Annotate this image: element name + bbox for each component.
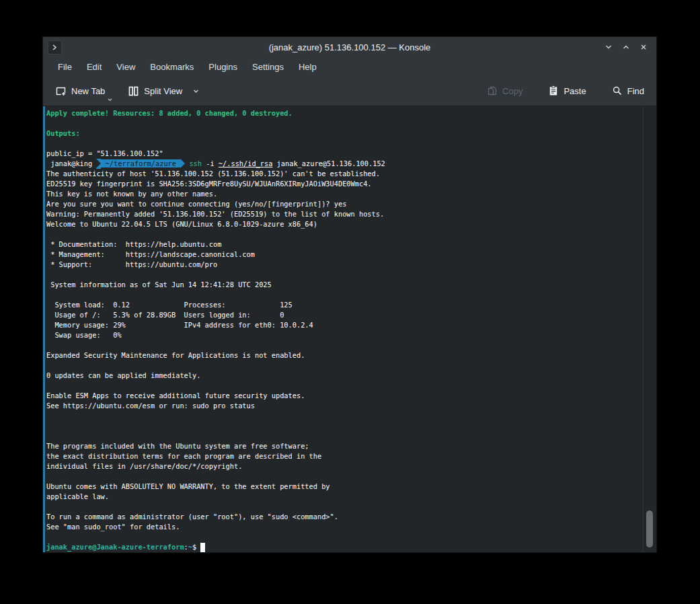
terminal-line: the exact distribution terms for each pr… <box>46 451 643 461</box>
terminal-line <box>46 411 643 421</box>
terminal-line: Are you sure you want to continue connec… <box>46 199 643 209</box>
terminal-accent-strip <box>43 106 45 552</box>
copy-label: Copy <box>502 86 522 96</box>
minimize-button[interactable] <box>600 38 617 56</box>
konsole-app-icon[interactable] <box>48 40 62 54</box>
toolbar: New Tab Split View Copy <box>43 76 656 106</box>
scrollbar-thumb[interactable] <box>646 511 653 548</box>
terminal-output: Apply complete! Resources: 8 added, 0 ch… <box>46 108 643 552</box>
split-view-button[interactable]: Split View <box>125 81 202 101</box>
konsole-window: (janak_azure) 51.136.100.152 — Konsole F… <box>43 37 656 552</box>
terminal-line: Usage of /: 5.3% of 28.89GB Users logged… <box>46 310 643 320</box>
terminal-line: Warning: Permanently added '51.136.100.1… <box>46 209 643 219</box>
menu-bookmarks[interactable]: Bookmarks <box>143 59 201 75</box>
terminal-line: This key is not known by any other names… <box>46 189 643 199</box>
paste-button[interactable]: Paste <box>545 81 588 100</box>
find-label: Find <box>627 86 644 96</box>
new-tab-icon <box>55 85 67 97</box>
terminal-line: Swap usage: 0% <box>46 330 643 340</box>
menu-view[interactable]: View <box>109 59 143 75</box>
window-title: (janak_azure) 51.136.100.152 — Konsole <box>43 42 656 52</box>
maximize-button[interactable] <box>617 38 635 56</box>
chevron-down-icon <box>107 98 113 102</box>
terminal-line: janak@king ~/terraform/azure ssh -i ~/.s… <box>46 159 643 169</box>
terminal-line <box>46 340 643 350</box>
terminal-line: Welcome to Ubuntu 22.04.5 LTS (GNU/Linux… <box>46 219 643 229</box>
terminal-line: See https://ubuntu.com/esm or run: sudo … <box>46 401 643 411</box>
terminal-line <box>46 229 643 239</box>
desktop: { "window": { "title": "(janak_azure) 51… <box>0 0 700 604</box>
terminal-line: janak_azure@Janak-azure-terraform:~$ <box>46 542 643 552</box>
new-tab-label: New Tab <box>71 86 105 96</box>
terminal-line <box>46 270 643 280</box>
menu-help[interactable]: Help <box>291 59 324 75</box>
terminal-line <box>46 381 643 391</box>
search-icon <box>612 85 623 96</box>
terminal-line: 0 updates can be applied immediately. <box>46 371 643 381</box>
terminal-cursor <box>200 543 205 552</box>
menu-plugins[interactable]: Plugins <box>201 59 245 75</box>
terminal-line <box>46 139 643 149</box>
new-tab-button[interactable]: New Tab <box>52 81 108 101</box>
window-controls <box>600 37 652 57</box>
menu-edit[interactable]: Edit <box>79 59 109 75</box>
terminal-line <box>46 361 643 371</box>
chevron-down-icon <box>604 42 613 52</box>
terminal-line: individual files in /usr/share/doc/*/cop… <box>46 461 643 471</box>
terminal-prompt-icon <box>51 44 59 51</box>
terminal-line: Apply complete! Resources: 8 added, 0 ch… <box>46 108 643 118</box>
close-icon <box>639 42 648 52</box>
chevron-up-icon <box>621 42 631 52</box>
terminal-line: Outputs: <box>46 128 643 139</box>
terminal-line: System load: 0.12 Processes: 125 <box>46 300 643 310</box>
copy-button[interactable]: Copy <box>484 81 525 100</box>
terminal-line <box>46 421 643 431</box>
terminal-line: * Support: https://ubuntu.com/pro <box>46 260 643 270</box>
terminal-line: See "man sudo_root" for details. <box>46 522 643 532</box>
terminal-line <box>46 532 643 542</box>
split-view-icon <box>128 85 139 97</box>
terminal-line <box>46 118 643 128</box>
split-view-label: Split View <box>144 86 182 96</box>
terminal-line: System information as of Sat Jun 14 12:4… <box>46 280 643 290</box>
terminal-line: Ubuntu comes with ABSOLUTELY NO WARRANTY… <box>46 482 643 492</box>
close-button[interactable] <box>635 38 652 56</box>
terminal-line <box>46 471 643 482</box>
chevron-down-icon <box>192 88 200 94</box>
terminal-line: * Management: https://landscape.canonica… <box>46 250 643 260</box>
terminal-line: ED25519 key fingerprint is SHA256:3SD6gM… <box>46 179 643 189</box>
titlebar[interactable]: (janak_azure) 51.136.100.152 — Konsole <box>43 37 656 57</box>
menu-settings[interactable]: Settings <box>245 59 291 75</box>
terminal-line: applicable law. <box>46 492 643 502</box>
paste-label: Paste <box>563 86 586 96</box>
terminal-line: Enable ESM Apps to receive additional fu… <box>46 391 643 401</box>
find-button[interactable]: Find <box>609 81 647 100</box>
scrollbar-track[interactable] <box>643 106 656 552</box>
terminal-line: Memory usage: 29% IPv4 address for eth0:… <box>46 320 643 330</box>
terminal-line <box>46 431 643 441</box>
terminal-line <box>46 290 643 300</box>
terminal-line: * Documentation: https://help.ubuntu.com <box>46 239 643 250</box>
terminal-line: To run a command as administrator (user … <box>46 512 643 522</box>
terminal-line: public_ip = "51.136.100.152" <box>46 149 643 159</box>
terminal-viewport[interactable]: Apply complete! Resources: 8 added, 0 ch… <box>43 106 656 552</box>
terminal-line <box>46 502 643 512</box>
terminal-line: Expanded Security Maintenance for Applic… <box>46 350 643 361</box>
paste-icon <box>548 85 559 96</box>
terminal-line: The authenticity of host '51.136.100.152… <box>46 169 643 179</box>
menubar: File Edit View Bookmarks Plugins Setting… <box>43 57 656 76</box>
menu-file[interactable]: File <box>50 59 79 75</box>
copy-icon <box>487 85 498 96</box>
toolbar-right: Copy Paste Find <box>484 81 647 100</box>
terminal-line: The programs included with the Ubuntu sy… <box>46 441 643 451</box>
